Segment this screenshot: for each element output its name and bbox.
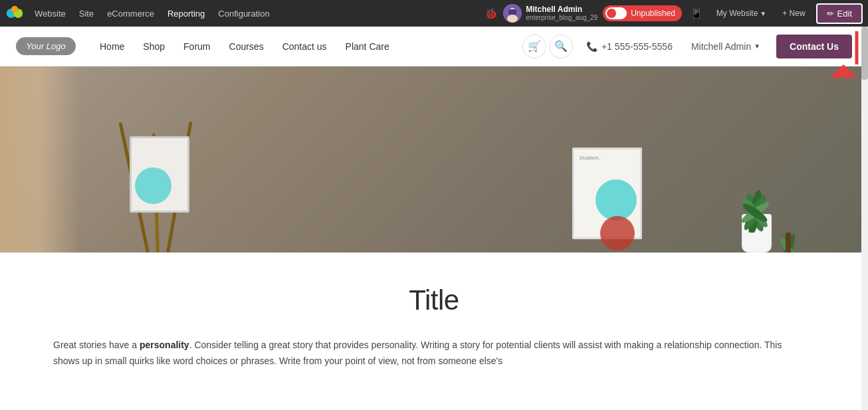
pencil-icon: ✏: [827, 9, 834, 19]
toggle-knob: [607, 9, 616, 18]
page-body-text: Great stories have a personality. Consid…: [53, 338, 784, 369]
admin-nav-site[interactable]: Site: [74, 6, 99, 21]
avatar: [503, 4, 522, 23]
caret-down-icon: ▼: [760, 10, 766, 17]
hero-decoration: Dualism.: [0, 66, 868, 253]
phone-area: 📞 +1 555-555-5556: [586, 41, 673, 52]
mobile-icon[interactable]: 📱: [687, 5, 706, 23]
new-button[interactable]: + New: [777, 6, 810, 21]
svg-rect-18: [786, 233, 791, 253]
odoo-logo-icon[interactable]: [5, 4, 24, 23]
svg-marker-8: [830, 64, 857, 78]
nav-forum[interactable]: Forum: [175, 37, 218, 56]
cart-button[interactable]: 🛒: [522, 35, 546, 58]
my-website-btn[interactable]: My Website ▼: [711, 6, 772, 21]
admin-user[interactable]: Mitchell Admin enterprise_blog_aug_29: [503, 4, 597, 23]
admin-bar: Website Site eCommerce Reporting Configu…: [0, 0, 868, 27]
unpublished-label: Unpublished: [631, 9, 675, 18]
user-dropdown[interactable]: Mitchell Admin ▼: [686, 39, 766, 54]
user-sub: enterprise_blog_aug_29: [526, 14, 597, 22]
page-body: Great stories have a personality. Consid…: [53, 338, 784, 369]
scrollbar-thumb[interactable]: [861, 27, 868, 80]
edit-button[interactable]: ✏ Edit: [816, 3, 863, 24]
site-nav-links: Home Shop Forum Courses Contact us Plant…: [92, 37, 522, 56]
bug-icon[interactable]: 🐞: [485, 7, 498, 20]
scrollbar-track[interactable]: [861, 27, 868, 396]
nav-courses[interactable]: Courses: [221, 37, 272, 56]
svg-rect-6: [508, 9, 516, 15]
hero-section: Dualism.: [0, 66, 868, 253]
unpublished-toggle[interactable]: Unpublished: [603, 5, 682, 21]
phone-icon: 📞: [586, 41, 597, 52]
main-content: Title Great stories have a personality. …: [0, 253, 868, 396]
arrow-indicator: [827, 28, 860, 84]
curtain-decoration: [0, 66, 80, 253]
svg-point-2: [11, 6, 19, 13]
admin-bar-right: 🐞 Mitchell Admin enterprise_blog_aug_29: [485, 3, 863, 24]
admin-nav-ecommerce[interactable]: eCommerce: [102, 6, 160, 21]
svg-point-5: [507, 15, 518, 23]
nav-plant-care[interactable]: Plant Care: [338, 37, 397, 56]
admin-nav-configuration[interactable]: Configuration: [213, 6, 274, 21]
toggle-switch: [605, 7, 627, 19]
cart-icon: 🛒: [528, 40, 541, 52]
phone-number: +1 555-555-5556: [601, 41, 673, 52]
search-button[interactable]: 🔍: [549, 35, 573, 58]
my-website-label: My Website: [716, 9, 758, 18]
edit-label: Edit: [837, 9, 852, 19]
user-dropdown-label: Mitchell Admin: [691, 41, 751, 52]
nav-home[interactable]: Home: [92, 37, 132, 56]
search-icon: 🔍: [554, 40, 568, 52]
admin-nav-website[interactable]: Website: [29, 6, 71, 21]
user-name: Mitchell Admin: [526, 5, 597, 14]
caret-icon: ▼: [754, 43, 760, 50]
user-info: Mitchell Admin enterprise_blog_aug_29: [526, 5, 597, 22]
new-label: + New: [782, 9, 805, 18]
website-nav: Your Logo Home Shop Forum Courses Contac…: [0, 27, 868, 66]
admin-bar-left: Website Site eCommerce Reporting Configu…: [5, 4, 481, 23]
site-logo[interactable]: Your Logo: [16, 37, 76, 55]
admin-nav-reporting[interactable]: Reporting: [162, 6, 210, 21]
nav-contact-us[interactable]: Contact us: [274, 37, 335, 56]
nav-shop[interactable]: Shop: [135, 37, 173, 56]
page-title: Title: [53, 284, 815, 316]
site-nav-icons: 🛒 🔍 📞 +1 555-555-5556 Mitchell Admin ▼ C…: [522, 35, 852, 58]
